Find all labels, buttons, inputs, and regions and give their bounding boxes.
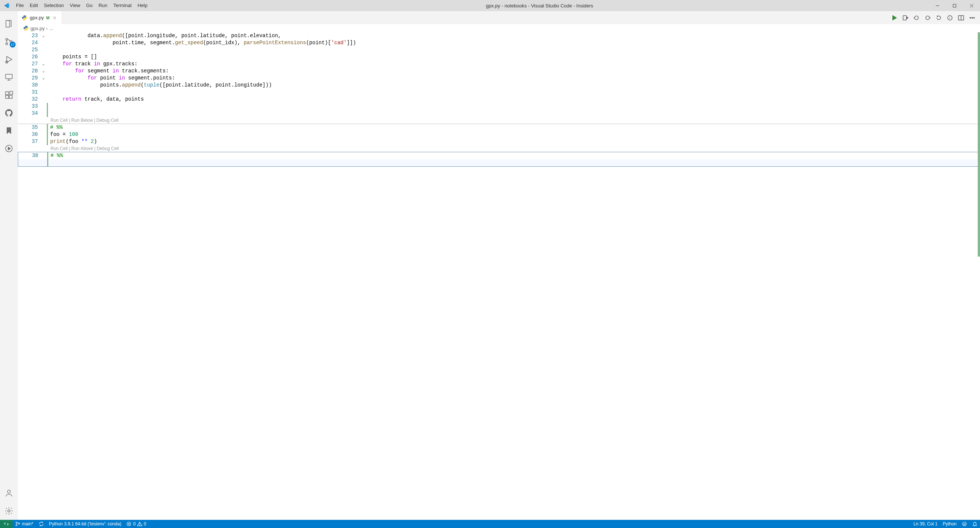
run-cell-icon[interactable]	[890, 14, 898, 22]
svg-point-35	[974, 17, 974, 18]
code-lens-cell[interactable]: Run Cell | Run Above | Debug Cell	[18, 145, 980, 152]
svg-rect-1	[953, 4, 956, 7]
code-line[interactable]: 29 for point in segment.points:	[18, 75, 980, 82]
vscode-logo-icon	[0, 3, 13, 8]
code-line[interactable]: 33	[18, 103, 980, 110]
svg-point-45	[964, 523, 964, 524]
restart-kernel-icon[interactable]	[935, 14, 943, 22]
code-line[interactable]: 34	[18, 110, 980, 117]
code-line[interactable]: 38# %%	[18, 152, 980, 159]
menu-edit[interactable]: Edit	[27, 0, 41, 11]
minimize-button[interactable]	[929, 0, 946, 11]
scrollbar[interactable]	[975, 32, 980, 520]
window-controls	[929, 0, 980, 11]
menu-go[interactable]: Go	[83, 0, 95, 11]
python-file-icon	[23, 25, 29, 31]
remote-explorer-icon[interactable]	[0, 68, 18, 86]
svg-marker-22	[893, 16, 896, 20]
tab-close-icon[interactable]	[52, 15, 57, 21]
breadcrumb[interactable]: gpx.py › ...	[18, 24, 980, 32]
code-line[interactable]: 28 for segment in track.segments:	[18, 68, 980, 75]
code-line[interactable]: 23 data.append([point.longitude, point.l…	[18, 32, 980, 40]
svg-point-37	[16, 525, 18, 526]
menu-bar: FileEditSelectionViewGoRunTerminalHelp	[13, 0, 150, 11]
run-debug-icon[interactable]	[0, 51, 18, 68]
editor-viewport[interactable]: 23 data.append([point.longitude, point.l…	[18, 32, 980, 520]
tab-gpx-py[interactable]: gpx.py M	[18, 11, 62, 24]
scm-badge: 17	[10, 41, 16, 48]
menu-help[interactable]: Help	[134, 0, 150, 11]
chevron-right-icon: ›	[46, 25, 48, 31]
variables-icon[interactable]: i	[946, 14, 954, 22]
explorer-icon[interactable]	[0, 15, 18, 33]
feedback-icon[interactable]	[959, 520, 970, 528]
source-control-icon[interactable]: 17	[0, 33, 18, 51]
tab-bar: gpx.py M i	[18, 11, 980, 24]
accounts-icon[interactable]	[0, 484, 18, 502]
github-icon[interactable]	[0, 104, 18, 122]
svg-rect-12	[6, 92, 8, 95]
python-file-icon	[22, 15, 27, 21]
activity-bar: 17	[0, 11, 18, 520]
menu-run[interactable]: Run	[95, 0, 110, 11]
code-line[interactable]: 32 return track, data, points	[18, 96, 980, 103]
svg-point-18	[8, 490, 10, 493]
run-by-line-icon[interactable]	[901, 14, 909, 22]
code-line[interactable]: 37print(foo ** 2)	[18, 138, 980, 145]
menu-file[interactable]: File	[13, 0, 27, 11]
svg-point-5	[6, 43, 8, 45]
editor-group: gpx.py M i gpx.py	[18, 11, 980, 520]
menu-view[interactable]: View	[67, 0, 83, 11]
code-line[interactable]: 24 point.time, segment.get_speed(point_i…	[18, 40, 980, 46]
goto-cell-back-icon[interactable]	[912, 14, 921, 22]
svg-rect-15	[10, 91, 13, 94]
breadcrumb-tail: ...	[49, 25, 54, 31]
python-interpreter[interactable]: Python 3.9.1 64-bit ('testenv': conda)	[46, 520, 124, 528]
bookmark-icon[interactable]	[0, 122, 18, 140]
live-share-icon[interactable]	[0, 140, 18, 157]
split-editor-icon[interactable]	[957, 14, 965, 22]
svg-point-46	[965, 523, 965, 524]
code-line[interactable]	[18, 159, 980, 166]
svg-point-4	[6, 39, 8, 40]
language-mode[interactable]: Python	[940, 520, 959, 528]
maximize-button[interactable]	[946, 0, 963, 11]
cursor-position[interactable]: Ln 39, Col 1	[911, 520, 940, 528]
code-lens-cell[interactable]: Run Cell | Run Below | Debug Cell	[18, 117, 980, 124]
status-bar: main* Python 3.9.1 64-bit ('testenv': co…	[0, 520, 980, 528]
svg-rect-9	[6, 74, 12, 79]
branch-name: main*	[22, 521, 33, 526]
svg-text:i: i	[950, 16, 950, 20]
svg-marker-24	[907, 17, 908, 19]
sync-button[interactable]	[36, 520, 46, 528]
code-line[interactable]: 30 points.append(tuple([point.latitude, …	[18, 82, 980, 89]
remote-indicator[interactable]	[0, 520, 13, 528]
menu-selection[interactable]: Selection	[41, 0, 67, 11]
problems[interactable]: 0 0	[124, 520, 149, 528]
svg-point-43	[140, 525, 140, 525]
code-line[interactable]: 26 points = []	[18, 54, 980, 60]
code-line[interactable]: 35# %%	[18, 124, 980, 131]
goto-cell-fwd-icon[interactable]	[924, 14, 932, 22]
code-line[interactable]: 31	[18, 89, 980, 96]
window-title: gpx.py - notebooks - Visual Studio Code …	[150, 3, 929, 8]
svg-point-33	[970, 17, 971, 18]
svg-rect-13	[6, 95, 8, 98]
svg-rect-14	[9, 95, 12, 98]
close-button[interactable]	[963, 0, 980, 11]
menu-terminal[interactable]: Terminal	[110, 0, 134, 11]
git-branch[interactable]: main*	[13, 520, 36, 528]
code-line[interactable]: 25	[18, 46, 980, 54]
breadcrumb-file: gpx.py	[30, 25, 45, 31]
code-line[interactable]: 36foo = 100	[18, 131, 980, 138]
more-actions-icon[interactable]	[968, 14, 976, 22]
editor-actions: i	[890, 11, 980, 24]
notifications-icon[interactable]	[970, 520, 980, 528]
svg-point-36	[16, 522, 18, 523]
code-line[interactable]: 27 for track in gpx.tracks:	[18, 60, 980, 68]
titlebar: FileEditSelectionViewGoRunTerminalHelp g…	[0, 0, 980, 11]
settings-gear-icon[interactable]	[0, 502, 18, 520]
svg-point-25	[915, 16, 918, 20]
svg-rect-23	[903, 16, 907, 20]
extensions-icon[interactable]	[0, 86, 18, 104]
